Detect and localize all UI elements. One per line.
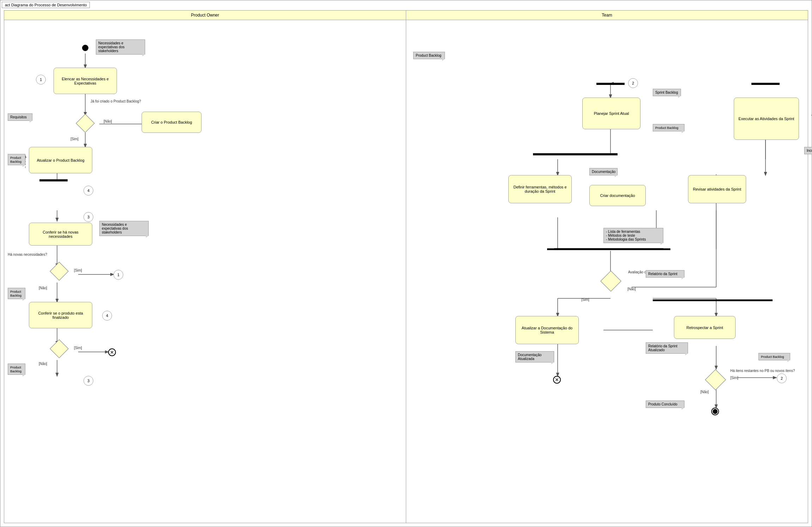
label-sim5: [Sim] [730,376,738,380]
activity-planejar: Planejar Sprint Atual [582,98,640,129]
diagram-container: act Diagrama do Processo de Desenvolvime… [0,0,812,527]
label-ha-novas: Há novas necessidades? [8,253,47,256]
activity-criar-doc: Criar documentação [589,185,646,206]
circle-2-top: 2 [628,78,638,88]
circle-1-po: 1 [36,75,46,85]
doc-documentacao: Documentação [589,168,618,175]
fork-join-4 [547,248,670,250]
label-sim3: [Sim] [74,346,82,350]
circle-4-po: 4 [83,186,93,196]
label-nao5: [Não] [700,390,709,394]
doc-incremento: Incremento [804,147,812,154]
svg-marker-41 [601,271,621,291]
svg-marker-14 [50,262,68,280]
fork-join-5 [751,83,780,85]
label-nao4: [Não] [627,287,636,291]
doc-requisitos: Requisitos [8,113,32,121]
diamond-ha-itens [705,369,726,391]
doc-pb-planejar: Product Backlog [653,124,684,131]
activity-conferir-novas: Conferir se há novas necessidades [29,223,92,246]
initial-node [82,45,88,51]
label-nao1: [Não] [104,119,112,123]
circle-3-po-top: 3 [83,212,93,222]
label-nao2: [Não] [39,286,47,290]
end-node-doc: ✕ [553,376,561,384]
activity-atualizar-pb: Atualizar o Product Backlog [29,147,92,173]
svg-marker-42 [705,370,726,390]
svg-marker-15 [50,340,68,358]
activity-atualizar-doc: Atualizar a Documentação do Sistema [515,316,579,344]
activity-retrospectar: Retrospectar a Sprint [674,316,736,339]
doc-pb-nao2: Product Backlog [8,288,25,299]
diamond-ha-novas [49,261,69,281]
doc-lista: - Lista de ferramentas - Métodos de test… [603,228,663,243]
doc-sprint-backlog: Sprint Backlog [653,89,681,96]
label-nao3: [Não] [39,362,47,366]
lane-product-owner: Product Owner [4,11,406,523]
activity-conferir-finalizado: Conferir se o produto esta finalizado [29,302,92,328]
final-node [711,408,719,415]
circle-3-bottom: 3 [83,376,93,386]
doc-relatorio-atualizado: Relatório da Sprint Atualizado [646,342,688,354]
doc-necessidades-po: Necessidades e expectativas dos stakehol… [96,39,145,55]
label-sim2: [Sim] [74,268,82,272]
doc-pb-atualizar: Product Backlog [8,154,25,165]
diamond-ja-foi [75,113,95,133]
lane-team: Team [406,11,808,523]
doc-pb-ha-itens: Product Backlog [758,353,790,360]
lane-po-body: Necessidades e expectativas dos stakehol… [4,20,406,521]
lane-team-header: Team [406,11,808,20]
fork-join-6 [653,299,773,301]
label-sim1: [Sim] [70,137,79,141]
diamond-avaliacao [600,270,622,292]
activity-revisar: Revisar atividades da Sprint [688,175,746,203]
doc-necessidades2: Necessidades e expectativas dos stakehol… [99,221,149,236]
doc-relatorio: Relatório da Sprint [646,270,684,278]
fork-join-2 [596,83,625,85]
fork-join-1 [39,179,68,181]
circle-2-bottom: 2 [777,373,787,383]
label-sim4: [Sim] [581,298,589,302]
lane-po-header: Product Owner [4,11,406,20]
circle-1-ref: 1 [113,270,123,280]
swim-lanes: Product Owner [4,10,808,523]
circle-4-ref: 4 [102,311,112,321]
doc-produto-concluido: Produto Concluído [646,401,684,408]
title-text: act Diagrama do Processo de Desenvolvime… [5,3,87,7]
fork-join-3 [533,153,618,155]
title-bar: act Diagrama do Processo de Desenvolvime… [2,2,90,8]
doc-pb-team-top: Product Backlog [413,52,445,59]
end-node-po: ✕ [108,348,116,356]
doc-doc-atualizada: Documentação Atualizada [515,351,554,362]
diamond-finalizado [49,339,69,359]
label-ha-itens: Há itens restantes no PB ou novos itens? [730,369,795,373]
activity-definir: Definir ferramentas, métodos e duração d… [508,175,572,203]
label-ja-foi: Já foi criado o Product Backlog? [91,99,141,103]
doc-pb-bottom: Product Backlog [8,364,25,375]
svg-marker-13 [76,114,94,132]
activity-elencar: Elencar as Necessidades e Expectativas [54,68,117,94]
activity-criar-pb: Criar o Product Backlog [142,112,202,133]
activity-executar: Executar as Atividades da Sprint [734,98,799,140]
lane-team-body: Product Backlog 2 Planejar Sprint Atual … [406,20,808,521]
